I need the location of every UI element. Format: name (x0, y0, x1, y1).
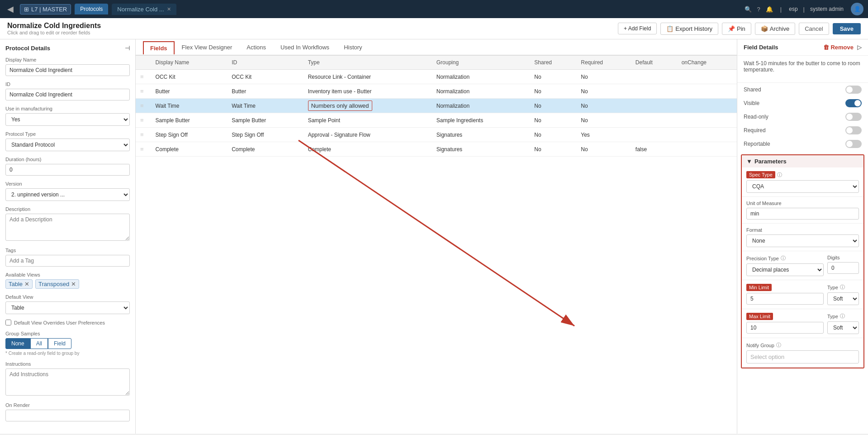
nav-tab-close[interactable]: ✕ (167, 6, 171, 12)
tab-actions[interactable]: Actions (239, 40, 273, 55)
duration-group: Duration (hours) (5, 157, 130, 176)
pin-icon: 📌 (728, 25, 735, 32)
notify-group-info-icon[interactable]: ⓘ (776, 342, 781, 349)
view-tag-table-remove[interactable]: ✕ (24, 281, 29, 287)
display-name-input[interactable] (5, 64, 130, 76)
version-select[interactable]: 2. unpinned version ... (5, 188, 130, 201)
save-button[interactable]: Save (833, 23, 861, 34)
required-toggle[interactable] (845, 126, 862, 134)
digits-label: Digits (827, 255, 859, 260)
min-type-info-icon[interactable]: ⓘ (840, 284, 845, 291)
parameters-header[interactable]: ▼ Parameters (742, 155, 863, 167)
table-row[interactable]: ≡ Butter Butter Inventory item use - But… (136, 84, 737, 99)
view-tag-transposed-remove[interactable]: ✕ (71, 281, 76, 287)
app-icon: ⊞ (24, 6, 29, 13)
add-field-button[interactable]: + Add Field (618, 23, 657, 34)
table-row[interactable]: ≡ Sample Butter Sample Butter Sample Poi… (136, 113, 737, 128)
available-views-container: Table ✕ Transposed ✕ (5, 279, 130, 289)
grouping-cell: Normalization (432, 70, 530, 84)
drag-handle[interactable]: ≡ (140, 88, 144, 95)
available-views-label: Available Views (5, 272, 130, 277)
app-badge-label: L7 | MASTER (31, 6, 67, 13)
page-subtitle: Click and drag to edit or reorder fields (7, 30, 101, 35)
min-limit-group: Min Limit Type ⓘ Soft Hard (742, 280, 863, 309)
notify-group-select[interactable]: Select option (746, 350, 859, 363)
grouping-cell: Normalization (432, 99, 530, 113)
min-type-select[interactable]: Soft Hard (827, 292, 859, 305)
id-input[interactable] (5, 89, 130, 100)
tab-used-in-workflows[interactable]: Used In Workflows (273, 40, 337, 55)
spec-type-info-icon[interactable]: ⓘ (777, 172, 782, 178)
tab-flex-view-designer[interactable]: Flex View Designer (175, 40, 240, 55)
shared-toggle[interactable] (845, 86, 862, 94)
table-row[interactable]: ≡ Step Sign Off Step Sign Off Approval -… (136, 128, 737, 142)
precision-type-group: Precision Type ⓘ Decimal places Signific… (742, 251, 863, 280)
tags-input[interactable] (5, 255, 130, 267)
default-cell (631, 128, 677, 142)
nav-tab-protocols[interactable]: Protocols (75, 4, 108, 14)
user-name: system admin (810, 6, 844, 12)
tags-group: Tags (5, 248, 130, 267)
digits-input[interactable] (827, 262, 859, 274)
drag-handle[interactable]: ≡ (140, 146, 144, 153)
required-cell: No (576, 113, 631, 128)
reportable-toggle[interactable] (845, 140, 862, 148)
export-history-button[interactable]: 📋 Export History (660, 23, 718, 35)
archive-button[interactable]: 📦 Archive (755, 23, 795, 35)
protocol-type-select[interactable]: Standard Protocol (5, 139, 130, 151)
app-badge: ⊞ L7 | MASTER (20, 4, 71, 14)
on-render-input[interactable] (5, 410, 130, 421)
min-limit-input[interactable] (746, 293, 824, 305)
group-samples-field-button[interactable]: Field (48, 338, 71, 349)
precision-type-select[interactable]: Decimal places Significant figures (746, 263, 824, 276)
pin-button[interactable]: 📌 Pin (722, 23, 751, 35)
unit-of-measure-input[interactable] (746, 208, 859, 220)
shared-cell: No (530, 70, 576, 84)
table-row[interactable]: ≡ Complete Complete Complete Signatures … (136, 142, 737, 157)
tab-history[interactable]: History (337, 40, 369, 55)
type-cell: Sample Point (304, 113, 432, 128)
drag-handle[interactable]: ≡ (140, 102, 144, 109)
remove-button[interactable]: 🗑 Remove (823, 44, 854, 51)
use-in-manufacturing-select[interactable]: Yes No (5, 113, 130, 126)
notify-group-placeholder: Select option (750, 354, 784, 360)
onchange-cell (677, 113, 737, 128)
cancel-button[interactable]: Cancel (799, 23, 829, 35)
group-samples-all-button[interactable]: All (30, 338, 48, 349)
table-row[interactable]: ≡ Wait Time Wait Time Numbers only allow… (136, 99, 737, 113)
group-samples-none-button[interactable]: None (5, 338, 30, 349)
default-view-override-group: Default View Overrides User Preferences (5, 320, 130, 325)
group-samples-group: Group Samples None All Field * Create a … (5, 331, 130, 356)
display-name-cell: Wait Time (151, 99, 228, 113)
tab-fields[interactable]: Fields (143, 41, 175, 54)
max-limit-input[interactable] (746, 322, 824, 334)
default-view-override-checkbox[interactable] (5, 320, 11, 325)
default-view-select[interactable]: Table Transposed (5, 301, 130, 314)
tab-bar: Fields Flex View Designer Actions Used I… (136, 39, 737, 56)
precision-type-info-icon[interactable]: ⓘ (781, 255, 786, 262)
help-icon[interactable]: ? (757, 6, 760, 13)
expand-button[interactable]: ▷ (857, 44, 862, 51)
bell-icon[interactable]: 🔔 (766, 6, 773, 13)
min-limit-col: Min Limit (746, 284, 824, 305)
table-row[interactable]: ≡ OCC Kit OCC Kit Resource Link - Contai… (136, 70, 737, 84)
max-type-info-icon[interactable]: ⓘ (840, 313, 845, 320)
search-icon[interactable]: 🔍 (745, 6, 752, 13)
precision-type-label: Precision Type (746, 256, 779, 261)
collapse-icon[interactable]: ⊣ (125, 45, 130, 52)
spec-type-select[interactable]: CQA None Other (746, 180, 859, 193)
drag-handle[interactable]: ≡ (140, 117, 144, 124)
instructions-textarea[interactable] (5, 368, 130, 396)
description-textarea[interactable] (5, 214, 130, 241)
readonly-label: Read-only (744, 114, 768, 120)
format-select[interactable]: None Percentage Scientific (746, 234, 859, 247)
visible-toggle[interactable] (845, 99, 862, 107)
readonly-toggle[interactable] (845, 113, 862, 121)
max-type-select[interactable]: Soft Hard (827, 321, 859, 334)
drag-handle[interactable]: ≡ (140, 73, 144, 80)
duration-input[interactable] (5, 164, 130, 176)
drag-handle[interactable]: ≡ (140, 131, 144, 138)
back-button[interactable]: ◀ (5, 3, 16, 15)
nav-tab-normalize[interactable]: Normalize Cold ... ✕ (112, 4, 176, 15)
use-in-manufacturing-label: Use in manufacturing (5, 106, 130, 111)
